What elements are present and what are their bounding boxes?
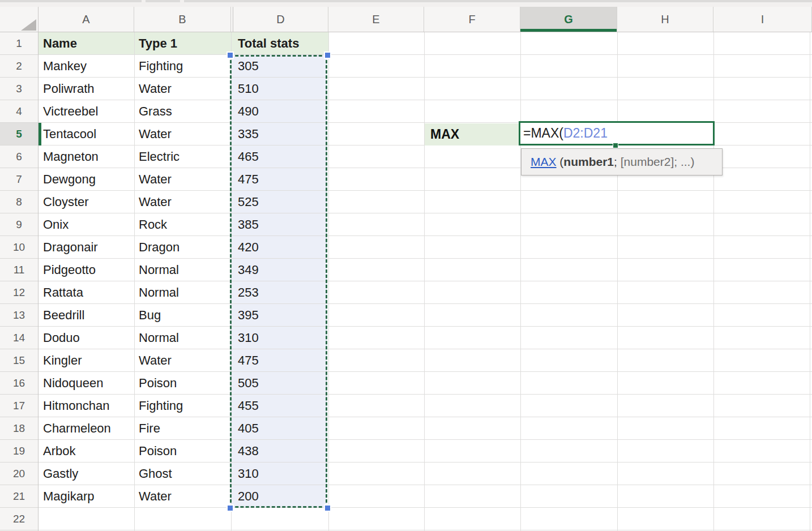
cell-D16[interactable]: 505 xyxy=(233,372,327,395)
cell-A17[interactable]: Hitmonchan xyxy=(39,395,134,417)
cell-A2[interactable]: Mankey xyxy=(39,55,134,78)
cell-B21[interactable]: Water xyxy=(134,485,231,508)
cell-F5-label[interactable]: MAX xyxy=(425,123,519,145)
cell-B4[interactable]: Grass xyxy=(134,100,231,123)
cell-B11[interactable]: Normal xyxy=(134,259,231,281)
cell-A8[interactable]: Cloyster xyxy=(39,191,134,213)
cell-A1[interactable]: Name xyxy=(39,32,134,55)
row-header-16[interactable]: 16 xyxy=(0,372,38,395)
cell-D14[interactable]: 310 xyxy=(233,327,327,349)
cell-D10[interactable]: 420 xyxy=(233,236,327,259)
row-header-11[interactable]: 11 xyxy=(0,259,38,281)
cell-D3[interactable]: 510 xyxy=(233,78,327,100)
selection-handle-bottom-left[interactable] xyxy=(226,504,234,512)
row-header-3[interactable]: 3 xyxy=(0,78,38,100)
cell-D13[interactable]: 395 xyxy=(233,304,327,327)
cell-B12[interactable]: Normal xyxy=(134,281,231,304)
cell-B17[interactable]: Fighting xyxy=(134,395,231,417)
row-header-1[interactable]: 1 xyxy=(0,32,38,55)
cell-A11[interactable]: Pidgeotto xyxy=(39,259,134,281)
function-name-link[interactable]: MAX xyxy=(531,155,557,168)
cell-D11[interactable]: 349 xyxy=(233,259,327,281)
row-header-21[interactable]: 21 xyxy=(0,485,38,508)
row-header-17[interactable]: 17 xyxy=(0,395,38,417)
cell-A16[interactable]: Nidoqueen xyxy=(39,372,134,395)
row-header-18[interactable]: 18 xyxy=(0,417,38,440)
cell-A5[interactable]: Tentacool xyxy=(39,123,134,145)
cell-B13[interactable]: Bug xyxy=(134,304,231,327)
cell-B20[interactable]: Ghost xyxy=(134,463,231,485)
cell-D21[interactable]: 200 xyxy=(233,485,327,508)
cell-A18[interactable]: Charmeleon xyxy=(39,417,134,440)
row-header-20[interactable]: 20 xyxy=(0,463,38,485)
cell-B18[interactable]: Fire xyxy=(134,417,231,440)
row-header-19[interactable]: 19 xyxy=(0,440,38,463)
cell-B7[interactable]: Water xyxy=(134,168,231,191)
row-header-22[interactable]: 22 xyxy=(0,508,38,530)
cell-D6[interactable]: 465 xyxy=(233,145,327,168)
cell-B2[interactable]: Fighting xyxy=(134,55,231,78)
cell-B9[interactable]: Rock xyxy=(134,213,231,236)
row-header-15[interactable]: 15 xyxy=(0,349,38,372)
select-all-corner[interactable] xyxy=(0,7,39,32)
cell-D12[interactable]: 253 xyxy=(233,281,327,304)
row-header-5[interactable]: 5 xyxy=(0,123,38,145)
cell-A20[interactable]: Gastly xyxy=(39,463,134,485)
cell-D5[interactable]: 335 xyxy=(233,123,327,145)
formula-edit-box[interactable]: =MAX(D2:D21 xyxy=(519,121,715,145)
row-header-2[interactable]: 2 xyxy=(0,55,38,78)
cell-A4[interactable]: Victreebel xyxy=(39,100,134,123)
row-header-13[interactable]: 13 xyxy=(0,304,38,327)
row-header-7[interactable]: 7 xyxy=(0,168,38,191)
cell-B3[interactable]: Water xyxy=(134,78,231,100)
cell-B16[interactable]: Poison xyxy=(134,372,231,395)
column-header-G[interactable]: G xyxy=(520,7,617,32)
cell-B15[interactable]: Water xyxy=(134,349,231,372)
cell-D8[interactable]: 525 xyxy=(233,191,327,213)
cell-B1[interactable]: Type 1 xyxy=(134,32,231,55)
row-header-8[interactable]: 8 xyxy=(0,191,38,213)
column-header-I[interactable]: I xyxy=(713,7,812,32)
cell-D18[interactable]: 405 xyxy=(233,417,327,440)
sheet-grid[interactable]: NameType 1Total statsMankeyFighting305Po… xyxy=(39,32,812,531)
cell-B14[interactable]: Normal xyxy=(134,327,231,349)
selection-handle-top-left[interactable] xyxy=(226,52,234,59)
cell-A14[interactable]: Doduo xyxy=(39,327,134,349)
cell-A19[interactable]: Arbok xyxy=(39,440,134,463)
cell-B10[interactable]: Dragon xyxy=(134,236,231,259)
column-header-B[interactable]: B xyxy=(134,7,231,32)
cell-D7[interactable]: 475 xyxy=(233,168,327,191)
cell-B8[interactable]: Water xyxy=(134,191,231,213)
cell-D1[interactable]: Total stats xyxy=(233,32,327,55)
cell-A9[interactable]: Onix xyxy=(39,213,134,236)
cell-D19[interactable]: 438 xyxy=(233,440,327,463)
cell-A10[interactable]: Dragonair xyxy=(39,236,134,259)
column-header-D[interactable]: D xyxy=(233,7,328,32)
cell-D4[interactable]: 490 xyxy=(233,100,327,123)
cell-A15[interactable]: Kingler xyxy=(39,349,134,372)
cell-D17[interactable]: 455 xyxy=(233,395,327,417)
cell-D9[interactable]: 385 xyxy=(233,213,327,236)
cell-D2[interactable]: 305 xyxy=(233,55,327,78)
cell-A7[interactable]: Dewgong xyxy=(39,168,134,191)
active-cell-fill-handle[interactable] xyxy=(613,143,618,148)
selection-handle-top-right[interactable] xyxy=(324,52,331,59)
column-header-F[interactable]: F xyxy=(424,7,520,32)
cell-B5[interactable]: Water xyxy=(134,123,231,145)
cell-A12[interactable]: Rattata xyxy=(39,281,134,304)
column-header-H[interactable]: H xyxy=(617,7,713,32)
cell-B6[interactable]: Electric xyxy=(134,145,231,168)
row-header-4[interactable]: 4 xyxy=(0,100,38,123)
row-header-10[interactable]: 10 xyxy=(0,236,38,259)
row-header-12[interactable]: 12 xyxy=(0,281,38,304)
row-header-14[interactable]: 14 xyxy=(0,327,38,349)
column-header-A[interactable]: A xyxy=(39,7,134,32)
column-header-E[interactable]: E xyxy=(328,7,424,32)
row-header-6[interactable]: 6 xyxy=(0,145,38,168)
cell-A21[interactable]: Magikarp xyxy=(39,485,134,508)
cell-B19[interactable]: Poison xyxy=(134,440,231,463)
selection-handle-bottom-right[interactable] xyxy=(324,504,331,512)
cell-D15[interactable]: 475 xyxy=(233,349,327,372)
cell-A3[interactable]: Poliwrath xyxy=(39,78,134,100)
row-header-9[interactable]: 9 xyxy=(0,213,38,236)
